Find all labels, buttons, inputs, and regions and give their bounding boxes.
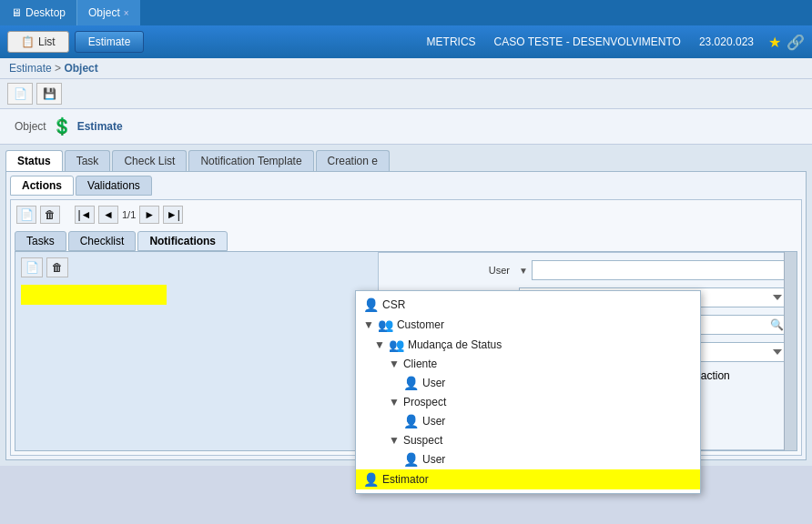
save-icon: 💾 — [43, 87, 56, 100]
dd-item-suspect[interactable]: ▼ Suspect — [356, 431, 700, 449]
breadcrumb-separator: > — [55, 62, 61, 75]
user-input[interactable] — [532, 260, 787, 280]
tab-object[interactable]: Object × — [76, 0, 140, 25]
new-record-button[interactable]: 📄 — [16, 206, 36, 224]
tab-tasks[interactable]: Tasks — [15, 231, 66, 251]
tab-validations[interactable]: Validations — [76, 176, 152, 196]
save-button[interactable]: 💾 — [36, 83, 62, 105]
nav-icons: ★ 🔗 — [768, 34, 805, 51]
dd-label-csr: CSR — [382, 298, 405, 311]
version-label: 23.020.023 — [699, 35, 754, 48]
arrow-icon-suspect: ▼ — [389, 434, 400, 447]
dropdown-overlay: 👤 CSR ▼ 👥 Customer ▼ 👥 Mudança de Status… — [355, 290, 701, 494]
tab-object-label: Object — [88, 6, 120, 19]
tab-notification-template[interactable]: Notification Template — [188, 150, 313, 171]
list-label: List — [38, 35, 56, 48]
dd-label-customer: Customer — [397, 318, 444, 331]
dd-label-estimator: Estimator — [382, 473, 429, 486]
chain-icon[interactable]: 🔗 — [787, 34, 805, 51]
tab-task[interactable]: Task — [65, 150, 111, 171]
notif-new-button[interactable]: 📄 — [21, 257, 43, 277]
dd-item-csr[interactable]: 👤 CSR — [356, 295, 700, 315]
person-icon: 👤 — [363, 297, 379, 312]
arrow-icon-customer: ▼ — [363, 318, 374, 331]
dd-label-mudanca: Mudança de Status — [408, 338, 502, 351]
persons-icon-mudanca: 👥 — [389, 338, 404, 352]
dd-item-customer[interactable]: ▼ 👥 Customer — [356, 315, 700, 335]
toolbar: 📄 💾 — [0, 79, 812, 109]
object-title: Estimate — [77, 120, 123, 133]
arrow-icon-prospect: ▼ — [389, 396, 400, 408]
estimate-label: Estimate — [88, 35, 131, 48]
prev-button[interactable]: ◄ — [98, 206, 118, 224]
persons-icon-customer: 👥 — [378, 317, 393, 332]
tab-desktop-label: Desktop — [25, 6, 66, 19]
dd-label-prospect: Prospect — [403, 396, 446, 408]
yellow-row — [21, 285, 167, 305]
dd-label-suspect: Suspect — [403, 434, 442, 447]
close-icon[interactable]: × — [124, 8, 129, 18]
dd-item-suspect-user[interactable]: 👤 User — [356, 449, 700, 469]
notif-delete-button[interactable]: 🗑 — [46, 257, 68, 277]
nav-bar: 📋 List Estimate METRICS CASO TESTE - DES… — [0, 25, 812, 58]
row-nav: 📄 🗑 |◄ ◄ 1/1 ► ►| — [15, 204, 797, 226]
scrollbar-right[interactable] — [784, 252, 797, 450]
desktop-icon: 🖥 — [11, 6, 22, 19]
tab-checklist-inner[interactable]: Checklist — [68, 231, 137, 251]
nav-metrics: METRICS CASO TESTE - DESENVOLVIMENTO 23.… — [427, 35, 754, 48]
first-button[interactable]: |◄ — [75, 206, 95, 224]
dd-item-estimator[interactable]: 👤 Estimator — [356, 469, 700, 489]
person-icon-estimator: 👤 — [363, 472, 379, 487]
star-icon[interactable]: ★ — [768, 34, 781, 51]
last-button[interactable]: ►| — [163, 206, 183, 224]
tab-actions[interactable]: Actions — [10, 176, 74, 196]
list-icon: 📋 — [21, 35, 35, 48]
dd-item-prospect-user[interactable]: 👤 User — [356, 411, 700, 431]
dd-label-prospect-user: User — [422, 415, 445, 428]
tab-row: Status Task Check List Notification Temp… — [5, 150, 807, 171]
top-bar: 🖥 Desktop Object × — [0, 0, 812, 25]
user-label: User — [388, 265, 515, 276]
breadcrumb: Estimate > Object — [0, 58, 812, 79]
delete-record-button[interactable]: 🗑 — [40, 206, 60, 224]
dd-item-cliente[interactable]: ▼ Cliente — [356, 355, 700, 373]
project-label: CASO TESTE - DESENVOLVIMENTO — [494, 35, 681, 48]
dd-label-cliente: Cliente — [403, 358, 437, 370]
main-content: Status Task Check List Notification Temp… — [0, 145, 812, 466]
object-label: Object — [15, 120, 46, 133]
object-icon: 💲 — [52, 116, 72, 136]
person-icon-cliente-user: 👤 — [403, 376, 419, 390]
breadcrumb-current: Object — [64, 62, 97, 75]
person-icon-suspect-user: 👤 — [403, 452, 419, 467]
estimate-button[interactable]: Estimate — [75, 31, 145, 53]
head-office-search-button[interactable]: 🔍 — [768, 317, 785, 333]
object-header: Object 💲 Estimate — [0, 109, 812, 145]
row-info: 1/1 — [122, 209, 136, 220]
arrow-icon-cliente: ▼ — [389, 358, 400, 370]
dd-label-suspect-user: User — [422, 453, 445, 466]
tab-notifications[interactable]: Notifications — [137, 231, 228, 251]
user-arrow: ▼ — [519, 266, 528, 276]
arrow-icon-mudanca: ▼ — [374, 338, 385, 351]
dd-item-prospect[interactable]: ▼ Prospect — [356, 393, 700, 411]
tab-checklist[interactable]: Check List — [112, 150, 187, 171]
dd-item-cliente-user[interactable]: 👤 User — [356, 373, 700, 393]
inner-tab-row: Tasks Checklist Notifications — [15, 231, 797, 251]
person-icon-prospect-user: 👤 — [403, 414, 419, 428]
new-icon: 📄 — [14, 87, 27, 100]
new-button[interactable]: 📄 — [7, 83, 33, 105]
breadcrumb-parent[interactable]: Estimate — [9, 62, 52, 75]
metrics-label: METRICS — [427, 35, 476, 48]
next-button[interactable]: ► — [139, 206, 159, 224]
tab-creation[interactable]: Creation e — [316, 150, 390, 171]
user-row: User ▼ — [388, 260, 787, 280]
dd-label-cliente-user: User — [422, 377, 445, 389]
action-tabs: Actions Validations — [10, 176, 802, 196]
list-button[interactable]: 📋 List — [7, 31, 69, 53]
tab-desktop[interactable]: 🖥 Desktop — [0, 0, 76, 25]
tab-status[interactable]: Status — [5, 150, 63, 171]
dd-item-mudanca[interactable]: ▼ 👥 Mudança de Status — [356, 335, 700, 355]
